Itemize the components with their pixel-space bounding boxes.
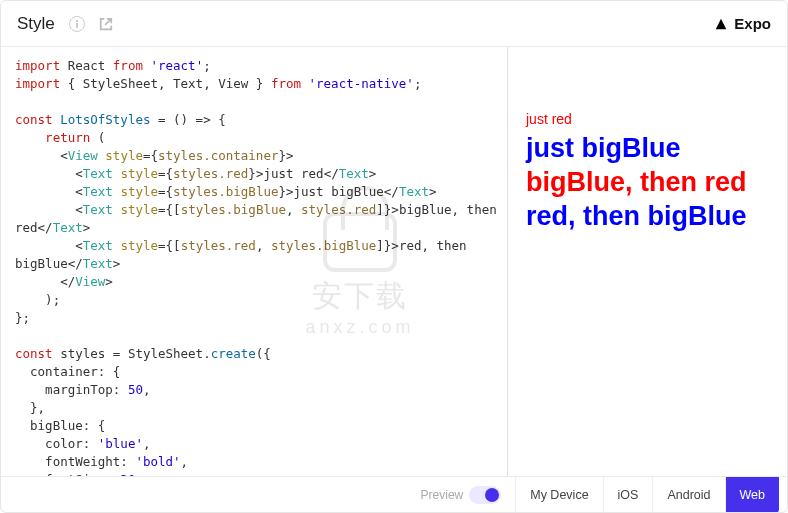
code-line: container: { — [15, 363, 497, 381]
code-line: color: 'blue', — [15, 435, 497, 453]
code-line: <Text style={styles.bigBlue}>just bigBlu… — [15, 183, 497, 201]
code-line: red</Text> — [15, 219, 497, 237]
code-line: <View style={styles.container}> — [15, 147, 497, 165]
code-line: </View> — [15, 273, 497, 291]
body: import React from 'react';import { Style… — [1, 47, 787, 476]
expo-brand[interactable]: Expo — [714, 15, 771, 32]
svg-rect-0 — [76, 20, 78, 22]
preview-toggle[interactable] — [469, 486, 501, 504]
toggle-knob — [485, 488, 499, 502]
code-line: import React from 'react'; — [15, 57, 497, 75]
tab-ios[interactable]: iOS — [603, 477, 653, 513]
preview-text-bigblue: just bigBlue — [526, 131, 769, 165]
header-left: Style — [17, 14, 113, 34]
svg-rect-1 — [76, 23, 78, 28]
preview-pane: just red just bigBlue bigBlue, then red … — [507, 47, 787, 476]
code-editor[interactable]: import React from 'react';import { Style… — [1, 47, 507, 476]
code-line: fontWeight: 'bold', — [15, 453, 497, 471]
code-line: const LotsOfStyles = () => { — [15, 111, 497, 129]
preview-text-red: just red — [526, 111, 769, 127]
page-title: Style — [17, 14, 55, 34]
code-line: <Text style={[styles.bigBlue, styles.red… — [15, 201, 497, 219]
preview-text-red-bigblue: red, then bigBlue — [526, 199, 769, 233]
tab-my-device[interactable]: My Device — [515, 477, 602, 513]
expo-logo-icon — [714, 17, 728, 31]
header: Style Expo — [1, 1, 787, 47]
code-line: bigBlue: { — [15, 417, 497, 435]
footer: Preview My Device iOS Android Web — [1, 476, 787, 512]
expo-label: Expo — [734, 15, 771, 32]
code-line: import { StyleSheet, Text, View } from '… — [15, 75, 497, 93]
preview-text-bigblue-red: bigBlue, then red — [526, 165, 769, 199]
code-line: <Text style={[styles.red, styles.bigBlue… — [15, 237, 497, 255]
code-line: return ( — [15, 129, 497, 147]
code-line: }, — [15, 399, 497, 417]
external-link-icon[interactable] — [99, 17, 113, 31]
preview-label: Preview — [421, 488, 464, 502]
code-line — [15, 327, 497, 345]
info-icon[interactable] — [69, 16, 85, 32]
code-line: ); — [15, 291, 497, 309]
code-line — [15, 93, 497, 111]
code-line: }; — [15, 309, 497, 327]
code-line: <Text style={styles.red}>just red</Text> — [15, 165, 497, 183]
code-line: fontSize: 30, — [15, 471, 497, 476]
code-line: bigBlue</Text> — [15, 255, 497, 273]
code-line: marginTop: 50, — [15, 381, 497, 399]
tab-web[interactable]: Web — [725, 477, 779, 513]
code-line: const styles = StyleSheet.create({ — [15, 345, 497, 363]
tab-android[interactable]: Android — [652, 477, 724, 513]
